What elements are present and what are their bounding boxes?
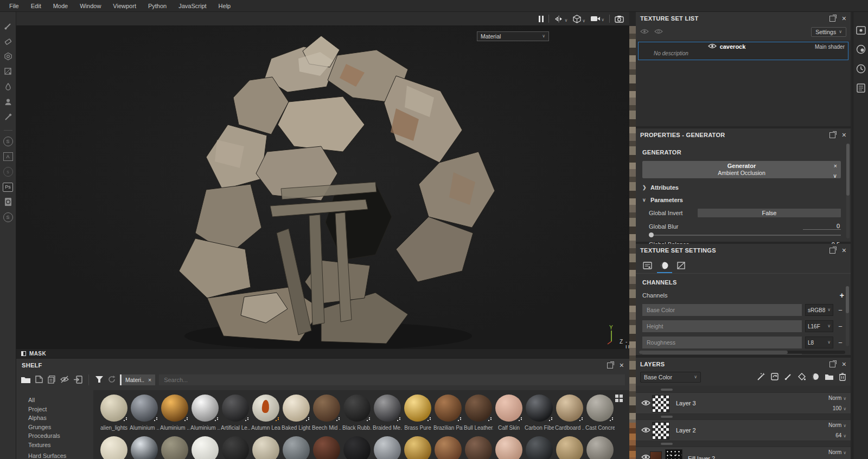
filter-funnel-icon[interactable] xyxy=(95,376,104,384)
popout-icon[interactable] xyxy=(829,248,835,254)
layers-channel-filter-select[interactable]: Base Color ∨ xyxy=(640,372,701,383)
layer-row-layer3[interactable]: Layer 3 Norm ∨ 100 ∨ xyxy=(636,392,851,414)
screenshot-camera-button[interactable] xyxy=(615,15,624,23)
camera-button[interactable]: ∨ xyxy=(590,15,604,22)
plugin-assets-icon[interactable]: A xyxy=(2,150,15,163)
opacity-select[interactable]: 100 ∨ xyxy=(833,405,846,411)
material-item[interactable] xyxy=(220,436,251,459)
clear-generator-icon[interactable]: × xyxy=(834,163,837,169)
category-procedurals[interactable]: Procedurals xyxy=(16,431,93,441)
category-textures[interactable]: Textures xyxy=(16,441,93,450)
channel-name-field[interactable]: Height xyxy=(642,320,802,332)
projection-tool-icon[interactable] xyxy=(2,50,15,63)
popout-icon[interactable] xyxy=(829,361,835,367)
solo-eye-icon[interactable] xyxy=(654,29,663,35)
search-input[interactable] xyxy=(159,374,625,385)
channels-hscrollbar[interactable] xyxy=(639,351,845,354)
plugin-source-icon[interactable]: S xyxy=(2,135,15,148)
menu-window[interactable]: Window xyxy=(74,1,107,11)
delete-layer-trash-icon[interactable] xyxy=(839,372,846,382)
show-all-eye-icon[interactable] xyxy=(640,29,649,35)
remove-filter-icon[interactable]: × xyxy=(148,377,151,383)
new-resource-icon[interactable] xyxy=(35,375,43,385)
category-grunges[interactable]: Grunges xyxy=(16,423,93,432)
channels-scrollbar[interactable] xyxy=(846,286,849,346)
layer-visibility-eye-icon[interactable] xyxy=(641,454,650,459)
material-item[interactable]: Baked Light... xyxy=(281,395,311,431)
photoshop-export-icon[interactable]: Ps xyxy=(2,180,15,193)
add-group-folder-icon[interactable] xyxy=(825,373,834,382)
blend-mode-select[interactable]: Norm ∨ xyxy=(828,395,846,401)
blend-mode-select[interactable]: Norm ∨ xyxy=(828,422,846,428)
layer-drag-handle[interactable] xyxy=(661,416,673,418)
material-item[interactable]: Black Rubb... xyxy=(342,395,372,431)
symmetry-button[interactable]: ∨ xyxy=(554,15,567,23)
parameters-fold[interactable]: ∨ Parameters xyxy=(642,197,844,203)
material-item[interactable] xyxy=(524,436,554,459)
global-blur-value[interactable]: 0 xyxy=(803,223,841,230)
duplicate-resource-icon[interactable] xyxy=(47,375,56,385)
material-item[interactable]: Cast Concre... xyxy=(585,395,615,431)
gizmo-axes-icon[interactable] xyxy=(607,331,618,345)
log-icon[interactable] xyxy=(857,83,865,94)
texture-2d-view-sliver[interactable] xyxy=(629,26,636,459)
channel-name-field[interactable]: Base Color xyxy=(642,304,802,316)
material-item[interactable]: Braided Me... xyxy=(372,395,403,431)
layer-thumbnail[interactable] xyxy=(652,422,669,439)
close-icon[interactable]: × xyxy=(842,131,846,139)
size-settings-tab[interactable] xyxy=(640,259,655,273)
menu-viewport[interactable]: Viewport xyxy=(107,1,142,11)
material-item[interactable] xyxy=(433,436,463,459)
material-item[interactable] xyxy=(190,436,220,459)
eraser-tool-icon[interactable] xyxy=(2,35,15,48)
clone-tool-icon[interactable] xyxy=(2,95,15,108)
material-item[interactable]: Aluminium ... xyxy=(129,395,159,431)
material-item[interactable]: Aluminium ... xyxy=(190,395,220,431)
attributes-fold[interactable]: ❯ Attributes xyxy=(642,184,844,191)
add-smart-material-icon[interactable] xyxy=(770,372,779,382)
material-item[interactable]: Bull Leather... xyxy=(463,395,494,431)
plugin-substance-icon[interactable]: S xyxy=(2,211,15,224)
slider-knob[interactable] xyxy=(649,232,654,237)
close-icon[interactable]: × xyxy=(842,15,846,22)
layer-visibility-eye-icon[interactable] xyxy=(641,427,650,434)
smudge-tool-icon[interactable] xyxy=(2,80,15,93)
plugin-share-icon[interactable]: s xyxy=(2,165,15,178)
material-item[interactable] xyxy=(251,436,281,459)
settings-button[interactable]: Settings ∨ xyxy=(811,27,846,37)
history-icon[interactable] xyxy=(856,64,866,75)
menu-mode[interactable]: Mode xyxy=(47,1,74,11)
add-paint-layer-icon[interactable] xyxy=(784,372,793,382)
material-picker-tool-icon[interactable] xyxy=(2,111,15,124)
fill-layer-mask-thumbnail[interactable] xyxy=(665,449,682,459)
plugin-document-icon[interactable] xyxy=(2,196,15,209)
blend-mode-select[interactable]: Norm ∨ xyxy=(828,449,846,455)
layer-visibility-eye-icon[interactable] xyxy=(641,400,650,407)
material-item[interactable]: Autumn Leaf xyxy=(251,395,281,431)
viewport-3d-model[interactable] xyxy=(16,26,629,348)
material-item[interactable] xyxy=(554,436,585,459)
popout-icon[interactable] xyxy=(829,132,835,138)
menu-edit[interactable]: Edit xyxy=(25,1,47,11)
menu-help[interactable]: Help xyxy=(213,1,237,11)
materials-filter-chip[interactable]: Materi.. × xyxy=(120,374,155,385)
texture-set-item-caverock[interactable]: caverock Main shader No description xyxy=(638,42,848,60)
refresh-icon[interactable] xyxy=(107,375,116,385)
global-blur-slider[interactable] xyxy=(649,235,841,236)
remove-channel-button[interactable]: − xyxy=(837,322,844,331)
material-item[interactable]: Cardboard ... xyxy=(554,395,585,431)
category-alphas[interactable]: Alphas xyxy=(16,413,93,423)
channel-format-select[interactable]: L8∨ xyxy=(805,337,833,348)
menu-javascript[interactable]: JavaScript xyxy=(173,1,212,11)
material-item[interactable]: Carbon Fiber xyxy=(524,395,554,431)
perspective-cube-button[interactable]: ∨ xyxy=(572,15,585,23)
material-item[interactable] xyxy=(494,436,524,459)
material-item[interactable]: alien_lights xyxy=(99,395,129,431)
effects-wand-icon[interactable] xyxy=(757,372,765,382)
channel-format-select[interactable]: sRGB8∨ xyxy=(805,304,833,316)
close-icon[interactable]: × xyxy=(620,361,624,369)
layer-row-fill-layer2[interactable]: Fill layer 2 Norm ∨ 100 ∨ xyxy=(636,447,851,459)
popout-icon[interactable] xyxy=(829,16,835,22)
visibility-eye-icon[interactable] xyxy=(708,43,717,50)
polygon-fill-tool-icon[interactable] xyxy=(2,65,15,78)
